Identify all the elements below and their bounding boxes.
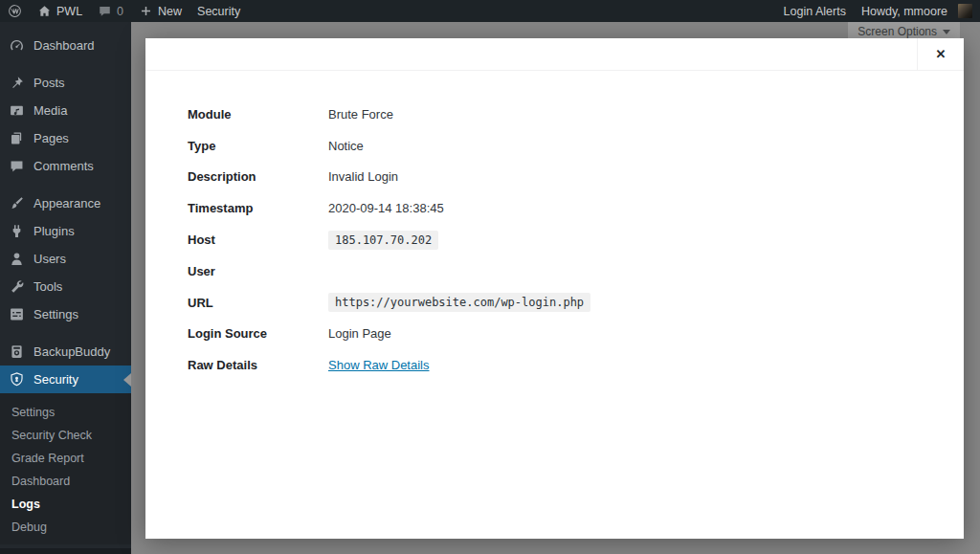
- content-overlay: Screen Options ✕ ModuleBrute ForceTypeNo…: [131, 22, 980, 554]
- sidebar-item-label: Posts: [33, 76, 65, 90]
- submenu-item-logs[interactable]: Logs: [0, 493, 131, 516]
- sidebar-item-users[interactable]: Users: [0, 245, 131, 273]
- menu-separator: [0, 328, 131, 338]
- submenu-item-security-check[interactable]: Security Check: [0, 424, 131, 447]
- detail-value: Brute Force: [328, 107, 393, 122]
- security-page-label: Security: [197, 5, 240, 18]
- pages-icon: [9, 130, 25, 146]
- detail-row-timestamp: Timestamp2020-09-14 18:38:45: [188, 192, 964, 224]
- detail-label: Type: [188, 139, 328, 153]
- detail-label: Host: [188, 233, 328, 247]
- detail-label: Timestamp: [188, 201, 328, 215]
- media-icon: [9, 102, 25, 119]
- avatar: [958, 4, 972, 18]
- sidebar-item-label: Pages: [33, 131, 69, 145]
- plugins-icon: [9, 223, 25, 239]
- log-details-modal: ✕ ModuleBrute ForceTypeNoticeDescription…: [145, 38, 964, 539]
- comments-icon: [9, 158, 25, 174]
- detail-label: Description: [188, 169, 328, 184]
- sidebar-bottom-strip: [0, 548, 131, 554]
- sidebar-item-backupbuddy[interactable]: BackupBuddy: [0, 338, 131, 366]
- modal-body: ModuleBrute ForceTypeNoticeDescriptionIn…: [145, 71, 964, 381]
- security-submenu: SettingsSecurity CheckGrade ReportDashbo…: [0, 393, 131, 544]
- screen-options-label: Screen Options: [858, 25, 937, 38]
- adminbar-right-group: Login Alerts Howdy, mmoore: [776, 0, 980, 22]
- code-value: 185.107.70.202: [328, 231, 438, 250]
- detail-row-user: User: [188, 255, 964, 287]
- home-icon: [37, 4, 52, 18]
- detail-row-raw-details: Raw DetailsShow Raw Details: [188, 349, 964, 381]
- submenu-item-settings[interactable]: Settings: [0, 401, 131, 424]
- sidebar-item-label: BackupBuddy: [33, 344, 110, 359]
- comments-menu[interactable]: 0: [90, 0, 131, 22]
- detail-row-module: ModuleBrute Force: [188, 99, 964, 130]
- adminbar-security-menu[interactable]: Security: [189, 0, 248, 22]
- site-name-menu[interactable]: PWL: [30, 0, 90, 22]
- detail-label: Raw Details: [188, 358, 328, 372]
- sidebar-item-pages[interactable]: Pages: [0, 124, 131, 152]
- detail-label: Module: [188, 107, 328, 122]
- detail-value: Invalid Login: [328, 169, 398, 184]
- shield-icon: [9, 371, 25, 388]
- wordpress-icon: [8, 4, 22, 18]
- current-item-arrow: [123, 373, 131, 387]
- tools-icon: [9, 278, 25, 295]
- sidebar-item-settings[interactable]: Settings: [0, 300, 131, 328]
- login-alerts-label: Login Alerts: [784, 5, 846, 18]
- users-icon: [9, 251, 25, 267]
- sidebar-item-posts[interactable]: Posts: [0, 69, 131, 97]
- sidebar-item-comments[interactable]: Comments: [0, 152, 131, 180]
- sidebar-item-plugins[interactable]: Plugins: [0, 217, 131, 245]
- detail-row-description: DescriptionInvalid Login: [188, 162, 964, 193]
- detail-value: 2020-09-14 18:38:45: [328, 201, 444, 215]
- detail-value: Notice: [328, 139, 364, 153]
- detail-row-login-source: Login SourceLogin Page: [188, 319, 964, 350]
- sidebar-item-media[interactable]: Media: [0, 97, 131, 124]
- wordpress-logo-menu[interactable]: [0, 0, 30, 22]
- comment-count: 0: [117, 5, 123, 18]
- sidebar-item-label: Media: [33, 103, 67, 118]
- close-icon[interactable]: ✕: [917, 38, 964, 70]
- submenu-item-debug[interactable]: Debug: [0, 516, 131, 539]
- detail-label: URL: [188, 296, 328, 310]
- detail-row-type: TypeNotice: [188, 130, 964, 162]
- sidebar-item-label: Comments: [33, 159, 94, 173]
- plus-icon: [139, 4, 153, 18]
- sidebar-item-appearance[interactable]: Appearance: [0, 189, 131, 217]
- detail-row-url: URLhttps://yourwebsite.com/wp-login.php: [188, 287, 964, 319]
- sidebar-item-tools[interactable]: Tools: [0, 273, 131, 300]
- modal-header: ✕: [145, 38, 964, 71]
- pin-icon: [9, 75, 25, 91]
- sidebar-item-label: Settings: [33, 307, 78, 321]
- menu-separator: [0, 59, 131, 69]
- sidebar-item-security[interactable]: Security: [0, 366, 131, 393]
- settings-icon: [9, 306, 25, 322]
- sidebar-item-label: Tools: [33, 279, 62, 294]
- menu-separator: [0, 180, 131, 189]
- show-raw-details-link[interactable]: Show Raw Details: [328, 358, 430, 372]
- code-value: https://yourwebsite.com/wp-login.php: [328, 293, 590, 312]
- detail-label: User: [188, 264, 328, 278]
- admin-menu: DashboardPostsMediaPagesCommentsAppearan…: [0, 22, 131, 544]
- sidebar-item-label: Plugins: [33, 224, 75, 238]
- my-account-menu[interactable]: Howdy, mmoore: [854, 0, 980, 22]
- sidebar-item-label: Dashboard: [33, 38, 95, 53]
- backupbuddy-icon: [9, 343, 25, 360]
- chevron-down-icon: [943, 30, 950, 34]
- detail-value: Login Page: [328, 326, 391, 341]
- submenu-item-dashboard[interactable]: Dashboard: [0, 470, 131, 493]
- admin-bar: PWL 0 New Security Login Alerts Howdy, m…: [0, 0, 980, 22]
- appearance-icon: [9, 195, 25, 211]
- sidebar-item-label: Users: [33, 252, 66, 266]
- sidebar-item-label: Security: [33, 372, 78, 387]
- login-alerts-menu[interactable]: Login Alerts: [776, 0, 854, 22]
- new-content-menu[interactable]: New: [131, 0, 189, 22]
- submenu-item-grade-report[interactable]: Grade Report: [0, 447, 131, 470]
- howdy-label: Howdy, mmoore: [861, 5, 947, 18]
- sidebar-item-label: Appearance: [33, 196, 100, 211]
- comment-bubble-icon: [98, 4, 112, 18]
- admin-sidebar: DashboardPostsMediaPagesCommentsAppearan…: [0, 22, 131, 554]
- sidebar-item-dashboard[interactable]: Dashboard: [0, 32, 131, 59]
- site-name-label: PWL: [56, 5, 82, 18]
- new-label: New: [158, 5, 182, 18]
